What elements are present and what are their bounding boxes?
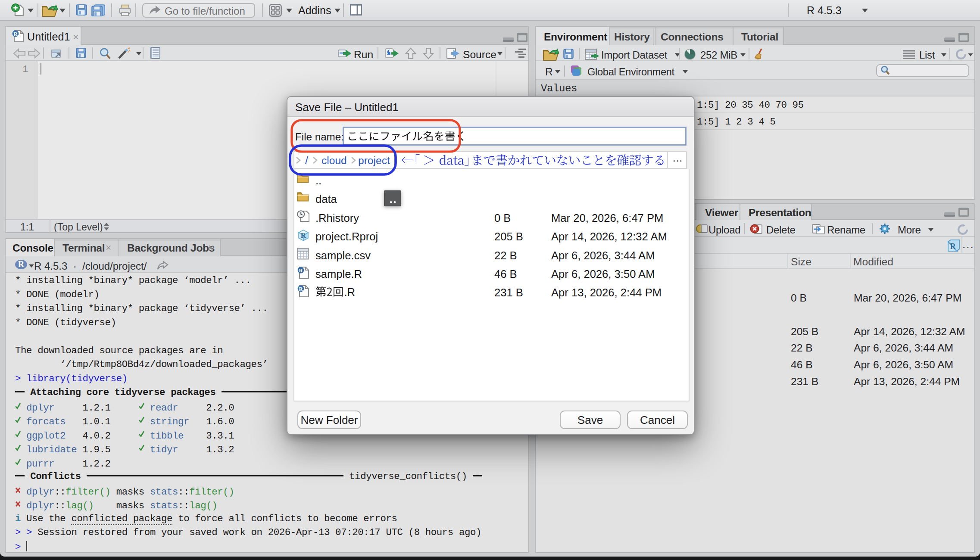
svg-text:R: R xyxy=(950,242,956,251)
svg-text:R: R xyxy=(299,286,303,292)
svg-text:R: R xyxy=(18,259,25,269)
svg-text:R: R xyxy=(301,231,306,240)
svg-text:R: R xyxy=(13,31,18,37)
svg-text:R: R xyxy=(299,267,303,274)
